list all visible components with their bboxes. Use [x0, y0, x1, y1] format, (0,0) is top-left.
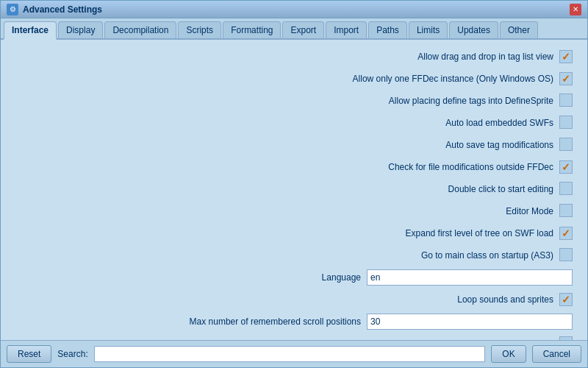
setting-label: Go to main class on startup (AS3)	[421, 250, 553, 261]
setting-label: Auto save tag modifications	[445, 140, 553, 150]
setting-row: Auto save tag modifications	[15, 135, 573, 155]
checkbox-4[interactable]	[559, 138, 573, 151]
setting-label: Check for file modifications outside FFD…	[388, 162, 553, 172]
checkbox-5[interactable]	[559, 160, 573, 174]
tab-updates[interactable]: Updates	[449, 21, 498, 38]
tab-export[interactable]: Export	[282, 21, 324, 38]
checkbox-1[interactable]	[559, 72, 573, 85]
text-input-10[interactable]	[367, 269, 573, 286]
setting-row: Allow only one FFDec instance (Only Wind…	[15, 69, 573, 88]
tab-interface[interactable]: Interface	[4, 21, 57, 40]
tab-limits[interactable]: Limits	[409, 21, 448, 38]
setting-label: Loop sounds and sprites	[457, 294, 553, 305]
window-icon: ⚙	[7, 4, 18, 15]
setting-row: Editor Mode	[15, 202, 573, 221]
tab-import[interactable]: Import	[326, 21, 367, 38]
search-input[interactable]	[94, 346, 486, 362]
tab-other[interactable]: Other	[500, 21, 538, 38]
setting-label: Allow only one FFDec instance (Only Wind…	[353, 74, 553, 84]
ok-button[interactable]: OK	[491, 345, 526, 363]
setting-row: Allow placing define tags into DefineSpr…	[15, 91, 573, 110]
tab-display[interactable]: Display	[58, 21, 103, 38]
setting-row: Auto load embedded SWFs	[15, 113, 573, 132]
checkbox-3[interactable]	[559, 116, 573, 129]
setting-row: Go to main class on startup (AS3)	[15, 246, 573, 265]
checkbox-13[interactable]	[559, 336, 573, 341]
search-label: Search:	[57, 349, 87, 359]
setting-row: Open loaded SWFs during run (External vi…	[15, 334, 573, 340]
tab-formatting[interactable]: Formatting	[223, 21, 281, 38]
checkbox-6[interactable]	[559, 182, 573, 195]
checkbox-7[interactable]	[559, 204, 573, 217]
tab-decompilation[interactable]: Decompilation	[104, 21, 176, 38]
content-area: Allow drag and drop in tag list viewAllo…	[1, 40, 587, 340]
window-title: Advanced Settings	[23, 4, 565, 15]
setting-label: Expand first level of tree on SWF load	[406, 228, 553, 238]
setting-row: Allow drag and drop in tag list view	[15, 47, 573, 66]
cancel-button[interactable]: Cancel	[532, 345, 581, 363]
window: ⚙ Advanced Settings ✕ InterfaceDisplayDe…	[0, 0, 588, 368]
setting-row: Double click to start editing	[15, 180, 573, 199]
tab-scripts[interactable]: Scripts	[178, 21, 221, 38]
reset-button[interactable]: Reset	[7, 345, 51, 363]
setting-label: Language	[322, 272, 361, 283]
checkbox-2[interactable]	[559, 93, 573, 107]
text-input-12[interactable]	[367, 314, 573, 330]
setting-label: Double click to start editing	[448, 184, 553, 194]
checkbox-9[interactable]	[559, 248, 573, 261]
setting-label: Allow drag and drop in tag list view	[417, 52, 553, 62]
setting-row: Expand first level of tree on SWF load	[15, 224, 573, 243]
tab-paths[interactable]: Paths	[368, 21, 407, 38]
setting-label: Editor Mode	[506, 206, 553, 216]
setting-row: Max number of remembered scroll position…	[15, 312, 573, 331]
setting-label: Auto load embedded SWFs	[445, 118, 553, 128]
close-button[interactable]: ✕	[570, 4, 581, 15]
settings-panel[interactable]: Allow drag and drop in tag list viewAllo…	[1, 40, 587, 340]
bottom-bar: Reset Search: OK Cancel	[1, 340, 587, 367]
checkbox-8[interactable]	[559, 227, 573, 240]
setting-row: Language	[15, 268, 573, 287]
setting-label: Max number of remembered scroll position…	[190, 316, 361, 327]
setting-label: Allow placing define tags into DefineSpr…	[389, 96, 553, 106]
title-bar: ⚙ Advanced Settings ✕	[1, 1, 587, 18]
checkbox-11[interactable]	[559, 293, 573, 306]
checkbox-0[interactable]	[559, 50, 573, 63]
setting-row: Check for file modifications outside FFD…	[15, 158, 573, 177]
tabs-bar: InterfaceDisplayDecompilationScriptsForm…	[1, 18, 587, 40]
setting-row: Loop sounds and sprites	[15, 290, 573, 309]
